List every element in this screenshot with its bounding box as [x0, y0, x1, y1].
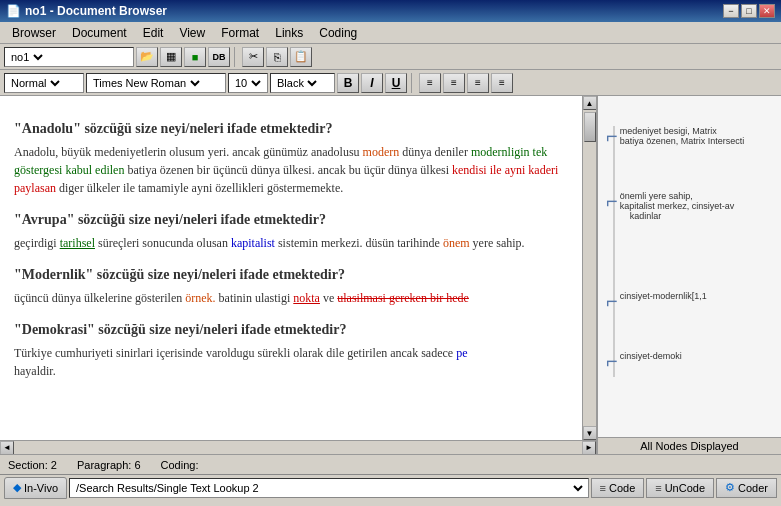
bold-button[interactable]: B	[337, 73, 359, 93]
minimize-button[interactable]: −	[723, 4, 739, 18]
status-section: Section: 2	[8, 459, 57, 471]
body-4: Türkiye cumhuriyeti sinirlari içerisinde…	[14, 344, 578, 380]
node-item-3: ⌐ cinsiyet-modernlik[1,1	[606, 291, 707, 311]
align-justify-button[interactable]: ≡	[491, 73, 513, 93]
menu-coding[interactable]: Coding	[311, 24, 365, 42]
maximize-button[interactable]: □	[741, 4, 757, 18]
db-button[interactable]: DB	[208, 47, 230, 67]
text-tarihsel: tarihsel	[60, 236, 95, 250]
align-center-button[interactable]: ≡	[443, 73, 465, 93]
menu-view[interactable]: View	[171, 24, 213, 42]
bracket-1: ⌐	[606, 126, 618, 146]
copy-button[interactable]: ⎘	[266, 47, 288, 67]
body-2: geçirdigi tarihsel süreçleri sonucunda o…	[14, 234, 578, 252]
grid-button[interactable]: ▦	[160, 47, 182, 67]
node-timeline	[613, 126, 615, 377]
font-select[interactable]: Times New Roman	[89, 76, 203, 90]
text-kapitalist: kapitalist	[231, 236, 275, 250]
status-paragraph: Paragraph: 6	[77, 459, 141, 471]
toolbar-2: Normal Times New Roman 10 Black B I U ≡ …	[0, 70, 781, 96]
hscroll-right-button[interactable]: ►	[582, 441, 596, 455]
color-select[interactable]: Black	[273, 76, 320, 90]
doc-hscrollbar[interactable]: ◄ ►	[0, 440, 596, 454]
code-label: Code	[609, 482, 635, 494]
nodes-content: ⌐ medeniyet besigi, Matrix batiya özenen…	[598, 96, 781, 437]
node-label-2c: kadinlar	[630, 211, 735, 221]
heading-2: "Avrupa" sözcüğü size neyi/neleri ifade …	[14, 209, 578, 230]
menu-bar: Browser Document Edit View Format Links …	[0, 22, 781, 44]
doc-selector[interactable]: no1	[4, 47, 134, 67]
node-label-2b: kapitalist merkez, cinsiyet-av	[620, 201, 735, 211]
coder-icon: ⚙	[725, 481, 735, 494]
color-selector[interactable]: Black	[270, 73, 335, 93]
code-button[interactable]: ≡ Code	[591, 478, 645, 498]
heading-3: "Modernlik" sözcüğü size neyi/neleri ifa…	[14, 264, 578, 285]
in-vivo-tab[interactable]: ◆ In-Vivo	[4, 477, 67, 499]
heading-4: "Demokrasi" sözcüğü size neyi/neleri ifa…	[14, 319, 578, 340]
nodes-footer-text: All Nodes Displayed	[640, 440, 738, 452]
menu-edit[interactable]: Edit	[135, 24, 172, 42]
underline-button[interactable]: U	[385, 73, 407, 93]
bottom-toolbar: ◆ In-Vivo /Search Results/Single Text Lo…	[0, 474, 781, 500]
uncode-button[interactable]: ≡ UnCode	[646, 478, 714, 498]
uncode-label: UnCode	[665, 482, 705, 494]
toolbar-1: no1 📂 ▦ ■ DB ✂ ⎘ 📋	[0, 44, 781, 70]
node-label-2: önemli yere sahip,	[620, 191, 735, 201]
text-pe: pe	[456, 346, 467, 360]
text-ulasilmasi: ulasilmasi gereken bir hede	[337, 291, 469, 305]
status-coding: Coding:	[161, 459, 199, 471]
coder-button[interactable]: ⚙ Coder	[716, 478, 777, 498]
scroll-up-button[interactable]: ▲	[583, 96, 597, 110]
open-button[interactable]: 📂	[136, 47, 158, 67]
menu-format[interactable]: Format	[213, 24, 267, 42]
body-3: üçüncü dünya ülkelerine gösterilen örnek…	[14, 289, 578, 307]
menu-browser[interactable]: Browser	[4, 24, 64, 42]
italic-button[interactable]: I	[361, 73, 383, 93]
bracket-3: ⌐	[606, 291, 618, 311]
in-vivo-label: In-Vivo	[24, 482, 58, 494]
node-item-1: ⌐ medeniyet besigi, Matrix batiya özenen…	[606, 126, 744, 146]
hscroll-left-button[interactable]: ◄	[0, 441, 14, 455]
font-selector[interactable]: Times New Roman	[86, 73, 226, 93]
bracket-2: ⌐	[606, 191, 618, 211]
body-1: Anadolu, büyük medeniyetlerin olusum yer…	[14, 143, 578, 197]
window-controls: − □ ✕	[723, 4, 775, 18]
document-area[interactable]: "Anadolu" sözcüğü size neyi/neleri ifade…	[0, 96, 596, 440]
cut-button[interactable]: ✂	[242, 47, 264, 67]
text-modern: modern	[363, 145, 400, 159]
search-path-select[interactable]: /Search Results/Single Text Lookup 2	[72, 481, 585, 495]
align-left-button[interactable]: ≡	[419, 73, 441, 93]
align-right-button[interactable]: ≡	[467, 73, 489, 93]
size-selector[interactable]: 10	[228, 73, 268, 93]
coder-label: Coder	[738, 482, 768, 494]
hscroll-track[interactable]	[14, 442, 582, 454]
doc-select-input[interactable]: no1	[7, 50, 46, 64]
heading-1: "Anadolu" sözcüğü size neyi/neleri ifade…	[14, 118, 578, 139]
node-label-4: cinsiyet-demoki	[620, 351, 682, 361]
scroll-thumb[interactable]	[584, 112, 596, 142]
window-title: no1 - Document Browser	[25, 4, 167, 18]
text-ornek: örnek.	[185, 291, 215, 305]
search-path-selector[interactable]: /Search Results/Single Text Lookup 2	[69, 478, 588, 498]
node-label-3: cinsiyet-modernlik[1,1	[620, 291, 707, 301]
style-select[interactable]: Normal	[7, 76, 63, 90]
nodes-panel: ⌐ medeniyet besigi, Matrix batiya özenen…	[597, 96, 781, 454]
color-button[interactable]: ■	[184, 47, 206, 67]
status-bar: Section: 2 Paragraph: 6 Coding:	[0, 454, 781, 474]
menu-links[interactable]: Links	[267, 24, 311, 42]
size-select[interactable]: 10	[231, 76, 264, 90]
menu-document[interactable]: Document	[64, 24, 135, 42]
main-content: "Anadolu" sözcüğü size neyi/neleri ifade…	[0, 96, 781, 454]
close-button[interactable]: ✕	[759, 4, 775, 18]
title-bar: 📄 no1 - Document Browser − □ ✕	[0, 0, 781, 22]
diamond-icon: ◆	[13, 481, 21, 494]
scroll-down-button[interactable]: ▼	[583, 426, 597, 440]
paste-button[interactable]: 📋	[290, 47, 312, 67]
node-item-4: ⌐ cinsiyet-demoki	[606, 351, 682, 371]
app-icon: 📄	[6, 4, 21, 18]
node-label-1b: batiya özenen, Matrix Intersecti	[620, 136, 745, 146]
doc-scrollbar[interactable]: ▲ ▼	[582, 96, 596, 440]
style-selector[interactable]: Normal	[4, 73, 84, 93]
nodes-footer: All Nodes Displayed	[598, 437, 781, 454]
code-icon: ≡	[600, 482, 606, 494]
